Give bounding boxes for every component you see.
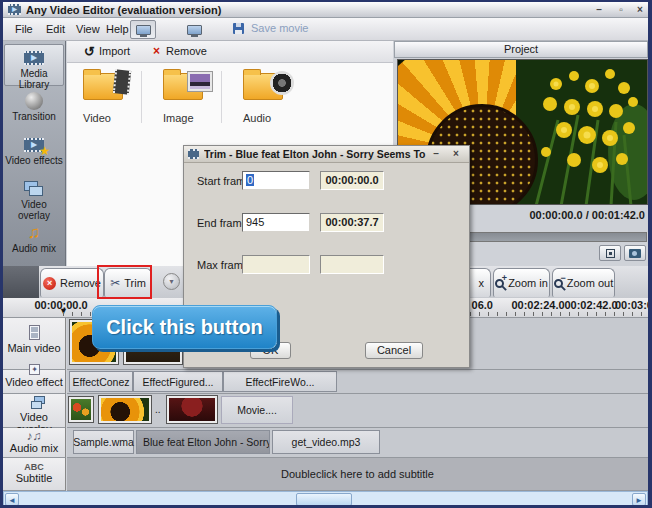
overlay-clip-flowers[interactable] xyxy=(69,397,93,422)
sidebar-item-audio-mix[interactable]: ♫ Audio mix xyxy=(4,220,64,262)
audio-clip-selected[interactable]: Blue feat Elton John - Sorry S... xyxy=(136,430,270,454)
audio-clip[interactable]: get_video.mp3 xyxy=(272,430,380,454)
camera-icon xyxy=(629,249,641,258)
overlay-clip-sunflower[interactable] xyxy=(99,396,151,423)
main-video-icon xyxy=(29,325,40,340)
trim-button-highlight xyxy=(97,265,152,299)
video-overlay-track-icon xyxy=(25,396,43,409)
video-overlay-track[interactable]: .. Movie.... xyxy=(67,394,648,428)
project-panel-header[interactable]: Project xyxy=(394,41,648,58)
menu-file[interactable]: File xyxy=(11,22,37,37)
dialog-minimize-button[interactable]: – xyxy=(429,148,443,160)
sidebar: ▶ Media Library Transition ▶★ Video effe… xyxy=(3,41,66,270)
scroll-right-button[interactable]: ► xyxy=(632,493,646,506)
sidebar-item-label: Video effects xyxy=(4,155,64,166)
overlay-clip-movie[interactable] xyxy=(167,396,217,423)
ruler-label: 00:02:42.0 xyxy=(561,299,621,311)
sidebar-item-transition[interactable]: Transition xyxy=(4,88,64,130)
preview-monitor-button[interactable] xyxy=(130,20,156,39)
end-frame-time: 00:00:37.7 xyxy=(320,213,384,232)
track-label-text: Audio mix xyxy=(3,442,65,454)
menu-view[interactable]: View xyxy=(72,22,104,37)
menu-edit[interactable]: Edit xyxy=(42,22,69,37)
menu-help[interactable]: Help xyxy=(102,22,133,37)
timeline-remove-button[interactable]: × Remove xyxy=(40,268,104,297)
max-frame-value xyxy=(242,255,310,274)
end-frame-input[interactable]: 945 xyxy=(242,213,310,232)
zoom-in-button[interactable]: + Zoom in xyxy=(493,268,550,297)
cancel-button[interactable]: Cancel xyxy=(365,342,423,359)
save-movie-icon xyxy=(233,23,244,34)
track-label-video-overlay[interactable]: Video overlay xyxy=(3,394,66,428)
track-label-text: Video effect xyxy=(3,376,65,388)
max-frame-time xyxy=(320,255,384,274)
divider xyxy=(141,71,142,123)
audio-mix-track[interactable]: Sample.wma Blue feat Elton John - Sorry … xyxy=(67,428,648,458)
track-label-video-effect[interactable]: ✦ Video effect xyxy=(3,370,66,394)
video-effects-icon: ▶★ xyxy=(4,135,64,155)
sidebar-item-video-effects[interactable]: ▶★ Video effects xyxy=(4,132,64,174)
window-title: Any Video Editor (evaluation version) xyxy=(26,4,446,16)
sidebar-item-label: Video overlay xyxy=(4,199,64,221)
subtitle-track[interactable]: Doubleclick here to add subtitle xyxy=(67,458,648,491)
fullscreen-button[interactable] xyxy=(599,245,621,261)
effect-clip[interactable]: EffectConez xyxy=(69,371,133,392)
sidebar-item-label: Transition xyxy=(4,111,64,122)
dialog-title: Trim - Blue feat Elton John - Sorry Seem… xyxy=(204,148,426,160)
media-item-image[interactable]: Image xyxy=(163,73,203,124)
effect-clip[interactable]: EffectFigured... xyxy=(133,371,223,392)
close-button[interactable]: × xyxy=(633,4,647,16)
overlay-clip-label[interactable]: Movie.... xyxy=(221,396,293,424)
dialog-close-button[interactable]: × xyxy=(449,148,463,160)
app-icon: ▶ xyxy=(8,4,21,15)
ruler-label: 00:02:24.0 xyxy=(507,299,569,311)
track-label-text: Main video xyxy=(3,342,65,354)
video-overlay-icon xyxy=(4,179,64,199)
video-effect-icon: ✦ xyxy=(29,364,40,375)
video-folder-icon xyxy=(83,73,123,100)
start-frame-input[interactable]: 0 xyxy=(242,171,310,190)
sidebar-item-video-overlay[interactable]: Video overlay xyxy=(4,176,64,218)
dual-monitor-button[interactable] xyxy=(181,20,207,39)
maximize-button[interactable]: ▫ xyxy=(614,4,628,16)
media-item-video[interactable]: Video xyxy=(83,73,123,124)
scrollbar-thumb[interactable] xyxy=(296,493,352,506)
track-label-subtitle[interactable]: ABC Subtitle xyxy=(3,458,66,491)
ruler-ticks xyxy=(470,312,647,316)
remove-circle-icon: × xyxy=(43,277,56,290)
dialog-title-bar: Trim - Blue feat Elton John - Sorry Seem… xyxy=(184,146,469,163)
monitor-icon xyxy=(136,25,151,35)
menu-bar: File Edit View Help Save movie xyxy=(3,18,648,41)
snapshot-button[interactable] xyxy=(624,245,646,261)
minimize-button[interactable]: – xyxy=(592,4,606,16)
effect-clip[interactable]: EffectFireWo... xyxy=(223,371,337,392)
horizontal-scrollbar[interactable]: ◄ ► xyxy=(3,491,648,507)
monitor-icon xyxy=(187,25,202,35)
app-window: ▶ Any Video Editor (evaluation version) … xyxy=(0,0,652,508)
zoom-in-icon: + xyxy=(495,279,504,288)
track-label-audio-mix[interactable]: ♪♫ Audio mix xyxy=(3,428,66,458)
start-frame-time: 00:00:00.0 xyxy=(320,171,384,190)
video-effect-track[interactable]: EffectConez EffectFigured... EffectFireW… xyxy=(67,370,648,394)
library-remove-button[interactable]: Remove xyxy=(166,45,207,57)
image-folder-icon xyxy=(163,73,203,100)
dialog-icon xyxy=(188,149,199,159)
save-movie-button[interactable]: Save movie xyxy=(251,22,308,34)
sidebar-item-media-library[interactable]: ▶ Media Library xyxy=(4,44,64,86)
timeline-corner xyxy=(3,266,39,298)
media-item-audio[interactable]: Audio xyxy=(243,73,283,124)
remove-label: Remove xyxy=(60,277,101,289)
audio-mix-icon: ♫ xyxy=(4,223,64,243)
library-toolbar: ↺ Import × Remove xyxy=(67,41,393,63)
more-button[interactable]: ▾ xyxy=(163,273,180,290)
sidebar-item-label: Audio mix xyxy=(4,243,64,254)
divider xyxy=(221,71,222,123)
import-button[interactable]: Import xyxy=(99,45,130,57)
audio-clip[interactable]: Sample.wma xyxy=(73,430,134,454)
track-label-main-video[interactable]: Main video xyxy=(3,318,66,370)
media-library-icon: ▶ xyxy=(5,48,63,68)
selected-text: 0 xyxy=(246,174,254,186)
zoom-out-button[interactable]: − Zoom out xyxy=(552,268,615,297)
scroll-left-button[interactable]: ◄ xyxy=(5,493,19,506)
playback-time: 00:00:00.0 / 00:01:42.0 xyxy=(473,209,645,221)
